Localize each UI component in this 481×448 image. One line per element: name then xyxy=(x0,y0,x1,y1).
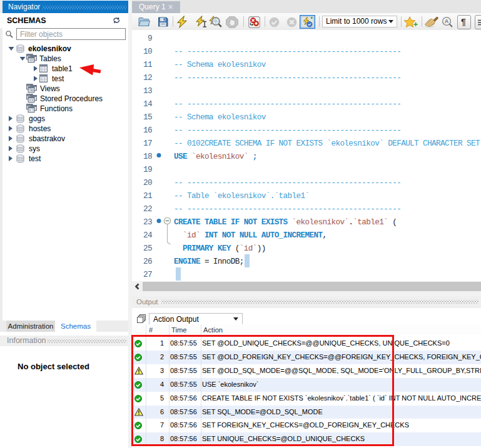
svg-text:A: A xyxy=(445,18,449,24)
